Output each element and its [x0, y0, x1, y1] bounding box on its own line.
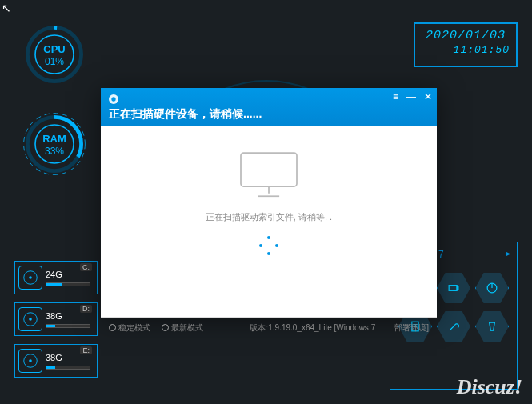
disk-letter: D: — [80, 305, 92, 313]
disk-list: C: 24G D: 38G E: 38G — [14, 261, 98, 386]
svg-rect-16 — [457, 286, 458, 289]
hex-tool-wrench[interactable] — [437, 310, 470, 343]
clock-time: 11:01:50 — [422, 44, 510, 56]
disk-item[interactable]: D: 38G — [14, 302, 98, 336]
version-text: 版本:1.9.19.0_x64_Lite [Windows 7 — [250, 322, 375, 334]
ram-gauge: RAM 33% — [22, 112, 86, 176]
cpu-value: 01% — [22, 56, 86, 67]
hdd-icon — [18, 266, 42, 290]
minimize-button[interactable]: ≡ — [393, 91, 398, 102]
close-button[interactable]: ✕ — [424, 91, 432, 102]
clock-date: 2020/01/03 — [422, 29, 510, 42]
dialog-title: 正在扫描硬件设备，请稍候...... — [109, 107, 262, 122]
mode-stable-radio[interactable]: 稳定模式 — [109, 322, 150, 334]
hdd-icon — [18, 349, 42, 373]
ram-value: 33% — [22, 146, 86, 157]
dialog-body: 正在扫描驱动索引文件, 请稍等. . — [101, 147, 437, 317]
svg-point-8 — [29, 276, 32, 279]
svg-rect-23 — [241, 153, 297, 186]
disk-usage-bar — [46, 324, 90, 328]
line-button[interactable]: — — [406, 91, 416, 102]
loading-spinner-icon — [258, 234, 280, 257]
hdd-icon — [18, 307, 42, 331]
svg-point-10 — [29, 318, 32, 321]
watermark: Discuz! — [457, 375, 522, 399]
app-logo-icon — [107, 93, 120, 106]
cpu-gauge: CPU 01% — [22, 22, 86, 86]
svg-point-12 — [29, 359, 32, 362]
disk-letter: C: — [80, 263, 92, 271]
clock-widget: 2020/01/03 11:01:50 — [414, 22, 518, 67]
disk-item[interactable]: C: 24G — [14, 261, 98, 294]
ram-label: RAM — [22, 133, 86, 145]
cpu-label: CPU — [22, 43, 86, 55]
disk-usage-bar — [46, 282, 90, 286]
hex-tool-battery[interactable] — [437, 271, 470, 305]
hex-tool-clean[interactable] — [475, 310, 509, 343]
svg-rect-15 — [449, 286, 457, 291]
disk-letter: E: — [80, 346, 92, 354]
scan-dialog: 正在扫描硬件设备，请稍候...... ≡ — ✕ 正在扫描驱动索引文件, 请稍等… — [101, 88, 437, 317]
dialog-footer: 稳定模式 最新模式 版本:1.9.19.0_x64_Lite [Windows … — [101, 317, 437, 338]
hex-tool-power[interactable] — [475, 271, 509, 305]
env-text: 部署环境] — [394, 322, 429, 334]
scan-status-text: 正在扫描驱动索引文件, 请稍等. . — [101, 211, 437, 223]
monitor-icon — [233, 147, 305, 203]
mode-latest-radio[interactable]: 最新模式 — [162, 322, 203, 334]
disk-item[interactable]: E: 38G — [14, 344, 98, 378]
cursor-icon: ↖ — [2, 2, 11, 14]
disk-usage-bar — [46, 366, 90, 370]
dialog-titlebar[interactable]: 正在扫描硬件设备，请稍候...... ≡ — ✕ — [101, 88, 437, 126]
